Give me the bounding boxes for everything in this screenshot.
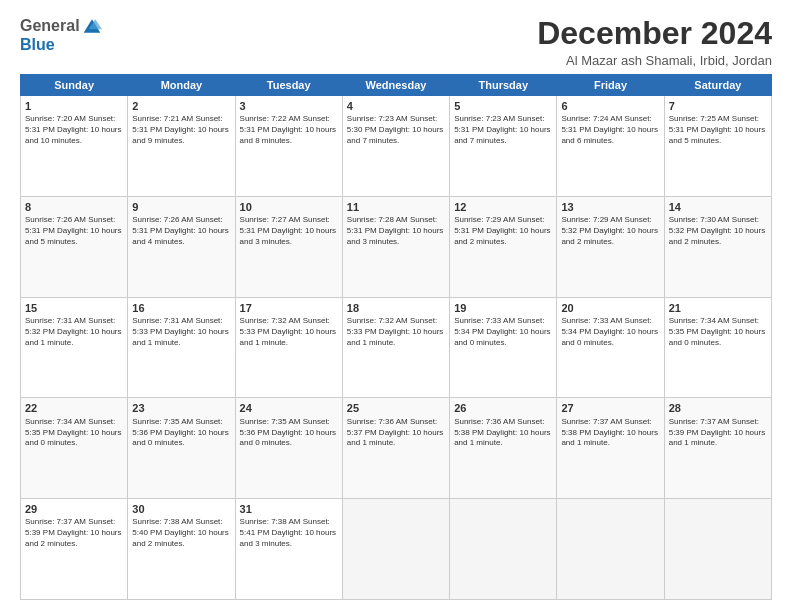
col-sunday: Sunday: [21, 75, 128, 96]
day-info: Sunrise: 7:20 AM Sunset: 5:31 PM Dayligh…: [25, 114, 123, 146]
day-number: 22: [25, 401, 123, 415]
day-info: Sunrise: 7:21 AM Sunset: 5:31 PM Dayligh…: [132, 114, 230, 146]
day-number: 8: [25, 200, 123, 214]
day-number: 18: [347, 301, 445, 315]
day-info: Sunrise: 7:24 AM Sunset: 5:31 PM Dayligh…: [561, 114, 659, 146]
col-tuesday: Tuesday: [235, 75, 342, 96]
day-info: Sunrise: 7:29 AM Sunset: 5:31 PM Dayligh…: [454, 215, 552, 247]
day-number: 26: [454, 401, 552, 415]
col-monday: Monday: [128, 75, 235, 96]
day-number: 4: [347, 99, 445, 113]
table-row: 15Sunrise: 7:31 AM Sunset: 5:32 PM Dayli…: [21, 297, 128, 398]
day-info: Sunrise: 7:32 AM Sunset: 5:33 PM Dayligh…: [347, 316, 445, 348]
day-info: Sunrise: 7:33 AM Sunset: 5:34 PM Dayligh…: [561, 316, 659, 348]
day-info: Sunrise: 7:36 AM Sunset: 5:37 PM Dayligh…: [347, 417, 445, 449]
day-number: 10: [240, 200, 338, 214]
day-info: Sunrise: 7:27 AM Sunset: 5:31 PM Dayligh…: [240, 215, 338, 247]
table-row: 5Sunrise: 7:23 AM Sunset: 5:31 PM Daylig…: [450, 96, 557, 197]
day-number: 27: [561, 401, 659, 415]
table-row: 3Sunrise: 7:22 AM Sunset: 5:31 PM Daylig…: [235, 96, 342, 197]
day-info: Sunrise: 7:35 AM Sunset: 5:36 PM Dayligh…: [132, 417, 230, 449]
day-number: 13: [561, 200, 659, 214]
table-row: 24Sunrise: 7:35 AM Sunset: 5:36 PM Dayli…: [235, 398, 342, 499]
day-number: 15: [25, 301, 123, 315]
day-number: 14: [669, 200, 767, 214]
col-thursday: Thursday: [450, 75, 557, 96]
day-info: Sunrise: 7:36 AM Sunset: 5:38 PM Dayligh…: [454, 417, 552, 449]
table-row: 28Sunrise: 7:37 AM Sunset: 5:39 PM Dayli…: [664, 398, 771, 499]
day-info: Sunrise: 7:37 AM Sunset: 5:39 PM Dayligh…: [25, 517, 123, 549]
table-row: 23Sunrise: 7:35 AM Sunset: 5:36 PM Dayli…: [128, 398, 235, 499]
table-row: [342, 499, 449, 600]
table-row: 25Sunrise: 7:36 AM Sunset: 5:37 PM Dayli…: [342, 398, 449, 499]
calendar-week-row: 29Sunrise: 7:37 AM Sunset: 5:39 PM Dayli…: [21, 499, 772, 600]
day-info: Sunrise: 7:30 AM Sunset: 5:32 PM Dayligh…: [669, 215, 767, 247]
day-info: Sunrise: 7:38 AM Sunset: 5:40 PM Dayligh…: [132, 517, 230, 549]
table-row: 21Sunrise: 7:34 AM Sunset: 5:35 PM Dayli…: [664, 297, 771, 398]
table-row: 9Sunrise: 7:26 AM Sunset: 5:31 PM Daylig…: [128, 196, 235, 297]
day-info: Sunrise: 7:35 AM Sunset: 5:36 PM Dayligh…: [240, 417, 338, 449]
table-row: [450, 499, 557, 600]
day-info: Sunrise: 7:31 AM Sunset: 5:33 PM Dayligh…: [132, 316, 230, 348]
table-row: 10Sunrise: 7:27 AM Sunset: 5:31 PM Dayli…: [235, 196, 342, 297]
day-info: Sunrise: 7:23 AM Sunset: 5:31 PM Dayligh…: [454, 114, 552, 146]
day-info: Sunrise: 7:23 AM Sunset: 5:30 PM Dayligh…: [347, 114, 445, 146]
day-number: 16: [132, 301, 230, 315]
day-number: 24: [240, 401, 338, 415]
day-number: 11: [347, 200, 445, 214]
calendar-week-row: 15Sunrise: 7:31 AM Sunset: 5:32 PM Dayli…: [21, 297, 772, 398]
day-number: 19: [454, 301, 552, 315]
day-number: 20: [561, 301, 659, 315]
day-number: 17: [240, 301, 338, 315]
table-row: 13Sunrise: 7:29 AM Sunset: 5:32 PM Dayli…: [557, 196, 664, 297]
calendar-table: Sunday Monday Tuesday Wednesday Thursday…: [20, 74, 772, 600]
table-row: 2Sunrise: 7:21 AM Sunset: 5:31 PM Daylig…: [128, 96, 235, 197]
day-info: Sunrise: 7:37 AM Sunset: 5:38 PM Dayligh…: [561, 417, 659, 449]
table-row: 6Sunrise: 7:24 AM Sunset: 5:31 PM Daylig…: [557, 96, 664, 197]
day-info: Sunrise: 7:32 AM Sunset: 5:33 PM Dayligh…: [240, 316, 338, 348]
logo: General Blue: [20, 16, 102, 54]
day-info: Sunrise: 7:28 AM Sunset: 5:31 PM Dayligh…: [347, 215, 445, 247]
table-row: [664, 499, 771, 600]
table-row: 17Sunrise: 7:32 AM Sunset: 5:33 PM Dayli…: [235, 297, 342, 398]
day-info: Sunrise: 7:22 AM Sunset: 5:31 PM Dayligh…: [240, 114, 338, 146]
day-number: 23: [132, 401, 230, 415]
table-row: 26Sunrise: 7:36 AM Sunset: 5:38 PM Dayli…: [450, 398, 557, 499]
header: General Blue December 2024 Al Mazar ash …: [20, 16, 772, 68]
day-info: Sunrise: 7:34 AM Sunset: 5:35 PM Dayligh…: [669, 316, 767, 348]
day-number: 29: [25, 502, 123, 516]
table-row: 19Sunrise: 7:33 AM Sunset: 5:34 PM Dayli…: [450, 297, 557, 398]
col-wednesday: Wednesday: [342, 75, 449, 96]
day-number: 31: [240, 502, 338, 516]
logo-icon: [82, 16, 102, 36]
day-number: 5: [454, 99, 552, 113]
table-row: 8Sunrise: 7:26 AM Sunset: 5:31 PM Daylig…: [21, 196, 128, 297]
col-saturday: Saturday: [664, 75, 771, 96]
day-number: 30: [132, 502, 230, 516]
table-row: 30Sunrise: 7:38 AM Sunset: 5:40 PM Dayli…: [128, 499, 235, 600]
table-row: 20Sunrise: 7:33 AM Sunset: 5:34 PM Dayli…: [557, 297, 664, 398]
calendar-week-row: 8Sunrise: 7:26 AM Sunset: 5:31 PM Daylig…: [21, 196, 772, 297]
day-number: 1: [25, 99, 123, 113]
title-block: December 2024 Al Mazar ash Shamali, Irbi…: [537, 16, 772, 68]
day-number: 25: [347, 401, 445, 415]
day-number: 3: [240, 99, 338, 113]
location: Al Mazar ash Shamali, Irbid, Jordan: [537, 53, 772, 68]
col-friday: Friday: [557, 75, 664, 96]
table-row: 16Sunrise: 7:31 AM Sunset: 5:33 PM Dayli…: [128, 297, 235, 398]
table-row: 1Sunrise: 7:20 AM Sunset: 5:31 PM Daylig…: [21, 96, 128, 197]
table-row: 11Sunrise: 7:28 AM Sunset: 5:31 PM Dayli…: [342, 196, 449, 297]
day-number: 12: [454, 200, 552, 214]
day-info: Sunrise: 7:26 AM Sunset: 5:31 PM Dayligh…: [132, 215, 230, 247]
logo-general: General: [20, 17, 80, 35]
day-info: Sunrise: 7:38 AM Sunset: 5:41 PM Dayligh…: [240, 517, 338, 549]
day-number: 21: [669, 301, 767, 315]
day-number: 28: [669, 401, 767, 415]
day-info: Sunrise: 7:34 AM Sunset: 5:35 PM Dayligh…: [25, 417, 123, 449]
day-number: 2: [132, 99, 230, 113]
calendar-week-row: 22Sunrise: 7:34 AM Sunset: 5:35 PM Dayli…: [21, 398, 772, 499]
day-info: Sunrise: 7:25 AM Sunset: 5:31 PM Dayligh…: [669, 114, 767, 146]
table-row: 7Sunrise: 7:25 AM Sunset: 5:31 PM Daylig…: [664, 96, 771, 197]
day-number: 9: [132, 200, 230, 214]
table-row: 18Sunrise: 7:32 AM Sunset: 5:33 PM Dayli…: [342, 297, 449, 398]
